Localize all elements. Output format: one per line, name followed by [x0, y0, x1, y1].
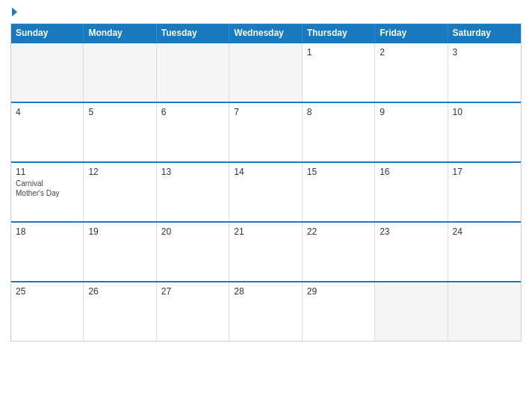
day-number: 11 — [16, 167, 78, 177]
day-number: 3 — [453, 47, 516, 58]
calendar-cell: 5 — [84, 103, 156, 161]
logo-triangle-icon — [12, 7, 17, 16]
day-number: 4 — [16, 107, 78, 117]
calendar-week-2: 45678910 — [11, 102, 521, 161]
calendar-cell: 24 — [448, 223, 521, 281]
day-number: 18 — [16, 226, 78, 237]
day-number: 7 — [234, 107, 297, 117]
calendar-cell: 26 — [84, 282, 156, 341]
calendar-cell: 11CarnivalMother's Day — [11, 163, 84, 221]
calendar-cell: 13 — [157, 163, 229, 221]
day-number: 23 — [380, 226, 442, 237]
day-header-sunday: Sunday — [11, 24, 84, 42]
calendar-cell — [375, 282, 448, 341]
day-number: 21 — [234, 226, 297, 237]
calendar-cell: 17 — [448, 163, 521, 221]
calendar: SundayMondayTuesdayWednesdayThursdayFrid… — [10, 23, 522, 342]
calendar-cell — [84, 43, 156, 102]
calendar-page: SundayMondayTuesdayWednesdayThursdayFrid… — [0, 0, 532, 411]
day-number: 6 — [161, 107, 224, 117]
calendar-cell: 19 — [84, 223, 156, 281]
calendar-week-4: 18192021222324 — [11, 221, 521, 281]
day-number: 13 — [161, 167, 224, 177]
day-header-tuesday: Tuesday — [157, 24, 229, 42]
calendar-cell — [229, 43, 302, 102]
day-number: 1 — [307, 47, 370, 58]
day-number: 24 — [453, 226, 516, 237]
calendar-cell: 15 — [303, 163, 375, 221]
calendar-cell: 7 — [229, 103, 302, 161]
day-header-monday: Monday — [84, 24, 156, 42]
day-number: 17 — [453, 167, 516, 177]
day-number: 10 — [453, 107, 516, 117]
calendar-cell: 3 — [448, 43, 521, 102]
calendar-cell: 2 — [375, 43, 448, 102]
day-header-thursday: Thursday — [303, 24, 375, 42]
calendar-header-row: SundayMondayTuesdayWednesdayThursdayFrid… — [11, 24, 521, 42]
calendar-cell: 14 — [229, 163, 302, 221]
day-number: 27 — [161, 286, 224, 297]
day-number: 22 — [307, 226, 370, 237]
calendar-cell: 20 — [157, 223, 229, 281]
calendar-cell: 10 — [448, 103, 521, 161]
calendar-week-5: 2526272829 — [11, 281, 521, 341]
calendar-cell: 16 — [375, 163, 448, 221]
calendar-cell: 6 — [157, 103, 229, 161]
day-number: 19 — [88, 226, 151, 237]
day-header-wednesday: Wednesday — [229, 24, 302, 42]
calendar-body: 1234567891011CarnivalMother's Day1213141… — [11, 42, 521, 341]
logo-blue-text — [10, 7, 17, 17]
header — [10, 7, 522, 17]
day-number: 20 — [161, 226, 224, 237]
event-label: Carnival — [16, 179, 78, 188]
day-number: 9 — [380, 107, 442, 117]
calendar-cell: 18 — [11, 223, 84, 281]
day-number: 26 — [88, 286, 151, 297]
day-number: 29 — [307, 286, 370, 297]
logo — [10, 7, 17, 17]
calendar-cell: 28 — [229, 282, 302, 341]
calendar-cell: 27 — [157, 282, 229, 341]
day-number: 16 — [380, 167, 442, 177]
day-number: 14 — [234, 167, 297, 177]
calendar-cell: 4 — [11, 103, 84, 161]
calendar-cell: 12 — [84, 163, 156, 221]
calendar-cell: 1 — [303, 43, 375, 102]
event-label: Mother's Day — [16, 188, 78, 198]
day-number: 12 — [88, 167, 151, 177]
day-number: 28 — [234, 286, 297, 297]
day-number: 25 — [16, 286, 78, 297]
day-header-friday: Friday — [375, 24, 448, 42]
calendar-cell: 21 — [229, 223, 302, 281]
calendar-cell: 23 — [375, 223, 448, 281]
calendar-week-3: 11CarnivalMother's Day121314151617 — [11, 161, 521, 221]
day-number: 5 — [88, 107, 151, 117]
calendar-cell: 22 — [303, 223, 375, 281]
calendar-week-1: 123 — [11, 42, 521, 102]
calendar-cell: 29 — [303, 282, 375, 341]
day-number: 8 — [307, 107, 370, 117]
calendar-cell — [448, 282, 521, 341]
day-header-saturday: Saturday — [448, 24, 521, 42]
day-number: 15 — [307, 167, 370, 177]
day-number: 2 — [380, 47, 442, 58]
calendar-cell: 8 — [303, 103, 375, 161]
calendar-cell — [157, 43, 229, 102]
calendar-cell — [11, 43, 84, 102]
calendar-cell: 9 — [375, 103, 448, 161]
calendar-cell: 25 — [11, 282, 84, 341]
